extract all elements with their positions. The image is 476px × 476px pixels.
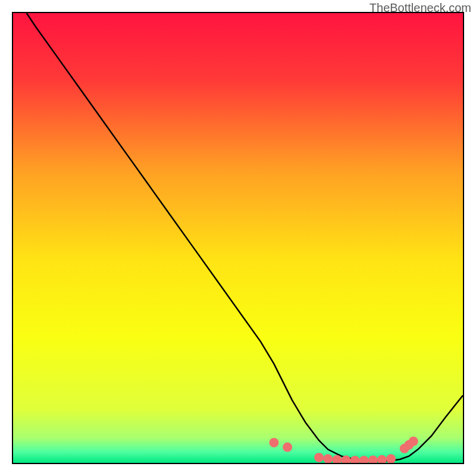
line-overlay bbox=[13, 13, 463, 463]
marker-point bbox=[359, 456, 369, 463]
marker-point bbox=[386, 454, 396, 463]
marker-point bbox=[409, 437, 418, 446]
marker-point bbox=[368, 456, 378, 463]
optimal-markers bbox=[270, 437, 418, 463]
marker-point bbox=[314, 453, 324, 462]
chart-container: TheBottleneck.com bbox=[0, 0, 476, 476]
marker-point bbox=[323, 454, 333, 463]
marker-point bbox=[350, 456, 360, 463]
bottleneck-curve bbox=[27, 13, 463, 461]
watermark-text: TheBottleneck.com bbox=[369, 1, 471, 15]
plot-area bbox=[12, 12, 464, 464]
marker-point bbox=[377, 455, 387, 463]
marker-point bbox=[270, 438, 279, 447]
marker-point bbox=[283, 443, 292, 452]
